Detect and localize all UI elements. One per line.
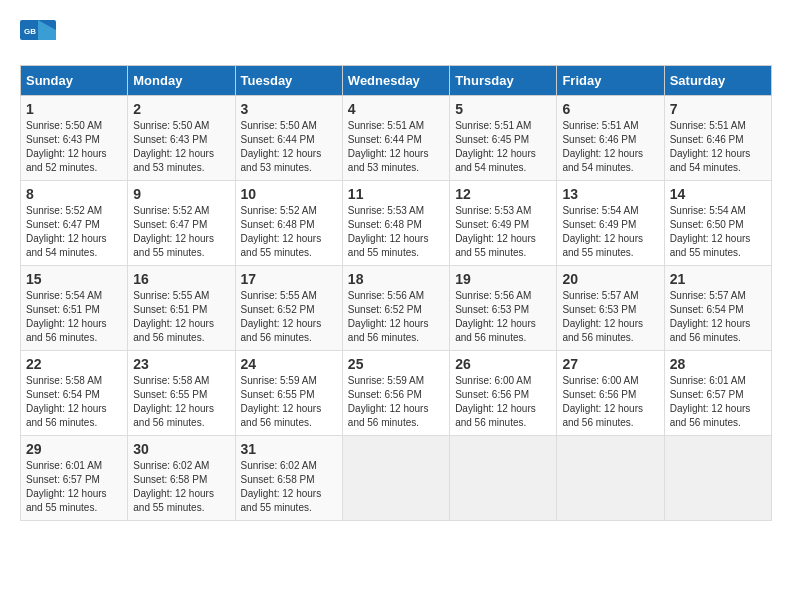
header-monday: Monday [128, 66, 235, 96]
day-info: Sunrise: 5:52 AM Sunset: 6:47 PM Dayligh… [26, 204, 122, 260]
header-thursday: Thursday [450, 66, 557, 96]
day-number: 2 [133, 101, 229, 117]
calendar-cell: 31Sunrise: 6:02 AM Sunset: 6:58 PM Dayli… [235, 436, 342, 521]
calendar-cell: 23Sunrise: 5:58 AM Sunset: 6:55 PM Dayli… [128, 351, 235, 436]
header-sunday: Sunday [21, 66, 128, 96]
day-info: Sunrise: 6:00 AM Sunset: 6:56 PM Dayligh… [562, 374, 658, 430]
day-info: Sunrise: 5:54 AM Sunset: 6:49 PM Dayligh… [562, 204, 658, 260]
day-info: Sunrise: 5:50 AM Sunset: 6:44 PM Dayligh… [241, 119, 337, 175]
day-info: Sunrise: 5:54 AM Sunset: 6:51 PM Dayligh… [26, 289, 122, 345]
day-info: Sunrise: 6:00 AM Sunset: 6:56 PM Dayligh… [455, 374, 551, 430]
day-number: 10 [241, 186, 337, 202]
day-info: Sunrise: 5:51 AM Sunset: 6:46 PM Dayligh… [562, 119, 658, 175]
calendar-cell: 16Sunrise: 5:55 AM Sunset: 6:51 PM Dayli… [128, 266, 235, 351]
calendar-cell: 25Sunrise: 5:59 AM Sunset: 6:56 PM Dayli… [342, 351, 449, 436]
day-number: 4 [348, 101, 444, 117]
day-info: Sunrise: 5:50 AM Sunset: 6:43 PM Dayligh… [133, 119, 229, 175]
day-number: 23 [133, 356, 229, 372]
header-tuesday: Tuesday [235, 66, 342, 96]
day-number: 7 [670, 101, 766, 117]
calendar-cell: 9Sunrise: 5:52 AM Sunset: 6:47 PM Daylig… [128, 181, 235, 266]
day-info: Sunrise: 5:52 AM Sunset: 6:47 PM Dayligh… [133, 204, 229, 260]
day-info: Sunrise: 5:56 AM Sunset: 6:53 PM Dayligh… [455, 289, 551, 345]
calendar-cell: 18Sunrise: 5:56 AM Sunset: 6:52 PM Dayli… [342, 266, 449, 351]
day-number: 24 [241, 356, 337, 372]
day-info: Sunrise: 5:53 AM Sunset: 6:49 PM Dayligh… [455, 204, 551, 260]
logo: GB [20, 20, 60, 50]
logo-icon: GB [20, 20, 56, 50]
calendar-week-5: 29Sunrise: 6:01 AM Sunset: 6:57 PM Dayli… [21, 436, 772, 521]
day-number: 28 [670, 356, 766, 372]
calendar-cell: 19Sunrise: 5:56 AM Sunset: 6:53 PM Dayli… [450, 266, 557, 351]
day-number: 19 [455, 271, 551, 287]
calendar-cell [342, 436, 449, 521]
day-info: Sunrise: 5:58 AM Sunset: 6:54 PM Dayligh… [26, 374, 122, 430]
calendar-cell: 15Sunrise: 5:54 AM Sunset: 6:51 PM Dayli… [21, 266, 128, 351]
day-number: 6 [562, 101, 658, 117]
calendar-cell: 22Sunrise: 5:58 AM Sunset: 6:54 PM Dayli… [21, 351, 128, 436]
day-number: 22 [26, 356, 122, 372]
day-info: Sunrise: 5:51 AM Sunset: 6:45 PM Dayligh… [455, 119, 551, 175]
day-info: Sunrise: 6:01 AM Sunset: 6:57 PM Dayligh… [26, 459, 122, 515]
header-saturday: Saturday [664, 66, 771, 96]
day-number: 17 [241, 271, 337, 287]
calendar-cell: 17Sunrise: 5:55 AM Sunset: 6:52 PM Dayli… [235, 266, 342, 351]
calendar-cell: 28Sunrise: 6:01 AM Sunset: 6:57 PM Dayli… [664, 351, 771, 436]
day-info: Sunrise: 5:59 AM Sunset: 6:55 PM Dayligh… [241, 374, 337, 430]
calendar-cell: 3Sunrise: 5:50 AM Sunset: 6:44 PM Daylig… [235, 96, 342, 181]
calendar-cell: 27Sunrise: 6:00 AM Sunset: 6:56 PM Dayli… [557, 351, 664, 436]
day-number: 9 [133, 186, 229, 202]
day-number: 1 [26, 101, 122, 117]
day-info: Sunrise: 5:56 AM Sunset: 6:52 PM Dayligh… [348, 289, 444, 345]
calendar-cell: 24Sunrise: 5:59 AM Sunset: 6:55 PM Dayli… [235, 351, 342, 436]
calendar-cell: 12Sunrise: 5:53 AM Sunset: 6:49 PM Dayli… [450, 181, 557, 266]
calendar-cell: 8Sunrise: 5:52 AM Sunset: 6:47 PM Daylig… [21, 181, 128, 266]
calendar-cell: 7Sunrise: 5:51 AM Sunset: 6:46 PM Daylig… [664, 96, 771, 181]
day-info: Sunrise: 5:59 AM Sunset: 6:56 PM Dayligh… [348, 374, 444, 430]
calendar-cell: 29Sunrise: 6:01 AM Sunset: 6:57 PM Dayli… [21, 436, 128, 521]
day-info: Sunrise: 5:51 AM Sunset: 6:44 PM Dayligh… [348, 119, 444, 175]
calendar-cell: 30Sunrise: 6:02 AM Sunset: 6:58 PM Dayli… [128, 436, 235, 521]
day-info: Sunrise: 5:57 AM Sunset: 6:54 PM Dayligh… [670, 289, 766, 345]
day-info: Sunrise: 5:50 AM Sunset: 6:43 PM Dayligh… [26, 119, 122, 175]
calendar-cell: 6Sunrise: 5:51 AM Sunset: 6:46 PM Daylig… [557, 96, 664, 181]
day-number: 25 [348, 356, 444, 372]
day-info: Sunrise: 5:57 AM Sunset: 6:53 PM Dayligh… [562, 289, 658, 345]
day-number: 21 [670, 271, 766, 287]
calendar-week-1: 1Sunrise: 5:50 AM Sunset: 6:43 PM Daylig… [21, 96, 772, 181]
calendar-cell: 26Sunrise: 6:00 AM Sunset: 6:56 PM Dayli… [450, 351, 557, 436]
day-number: 16 [133, 271, 229, 287]
svg-text:GB: GB [24, 27, 36, 36]
calendar-week-3: 15Sunrise: 5:54 AM Sunset: 6:51 PM Dayli… [21, 266, 772, 351]
calendar-cell: 21Sunrise: 5:57 AM Sunset: 6:54 PM Dayli… [664, 266, 771, 351]
calendar-cell: 10Sunrise: 5:52 AM Sunset: 6:48 PM Dayli… [235, 181, 342, 266]
day-info: Sunrise: 5:58 AM Sunset: 6:55 PM Dayligh… [133, 374, 229, 430]
calendar-cell: 4Sunrise: 5:51 AM Sunset: 6:44 PM Daylig… [342, 96, 449, 181]
day-number: 27 [562, 356, 658, 372]
day-number: 31 [241, 441, 337, 457]
day-number: 14 [670, 186, 766, 202]
day-number: 5 [455, 101, 551, 117]
calendar-table: SundayMondayTuesdayWednesdayThursdayFrid… [20, 65, 772, 521]
calendar-header-row: SundayMondayTuesdayWednesdayThursdayFrid… [21, 66, 772, 96]
day-number: 11 [348, 186, 444, 202]
day-info: Sunrise: 5:55 AM Sunset: 6:52 PM Dayligh… [241, 289, 337, 345]
day-info: Sunrise: 5:54 AM Sunset: 6:50 PM Dayligh… [670, 204, 766, 260]
day-number: 15 [26, 271, 122, 287]
calendar-cell [450, 436, 557, 521]
day-number: 8 [26, 186, 122, 202]
calendar-cell: 5Sunrise: 5:51 AM Sunset: 6:45 PM Daylig… [450, 96, 557, 181]
day-info: Sunrise: 5:55 AM Sunset: 6:51 PM Dayligh… [133, 289, 229, 345]
calendar-cell: 2Sunrise: 5:50 AM Sunset: 6:43 PM Daylig… [128, 96, 235, 181]
calendar-week-4: 22Sunrise: 5:58 AM Sunset: 6:54 PM Dayli… [21, 351, 772, 436]
calendar-cell: 20Sunrise: 5:57 AM Sunset: 6:53 PM Dayli… [557, 266, 664, 351]
calendar-cell: 11Sunrise: 5:53 AM Sunset: 6:48 PM Dayli… [342, 181, 449, 266]
day-info: Sunrise: 5:51 AM Sunset: 6:46 PM Dayligh… [670, 119, 766, 175]
day-info: Sunrise: 5:52 AM Sunset: 6:48 PM Dayligh… [241, 204, 337, 260]
day-number: 18 [348, 271, 444, 287]
day-number: 26 [455, 356, 551, 372]
calendar-cell: 14Sunrise: 5:54 AM Sunset: 6:50 PM Dayli… [664, 181, 771, 266]
day-number: 12 [455, 186, 551, 202]
day-info: Sunrise: 5:53 AM Sunset: 6:48 PM Dayligh… [348, 204, 444, 260]
day-number: 30 [133, 441, 229, 457]
